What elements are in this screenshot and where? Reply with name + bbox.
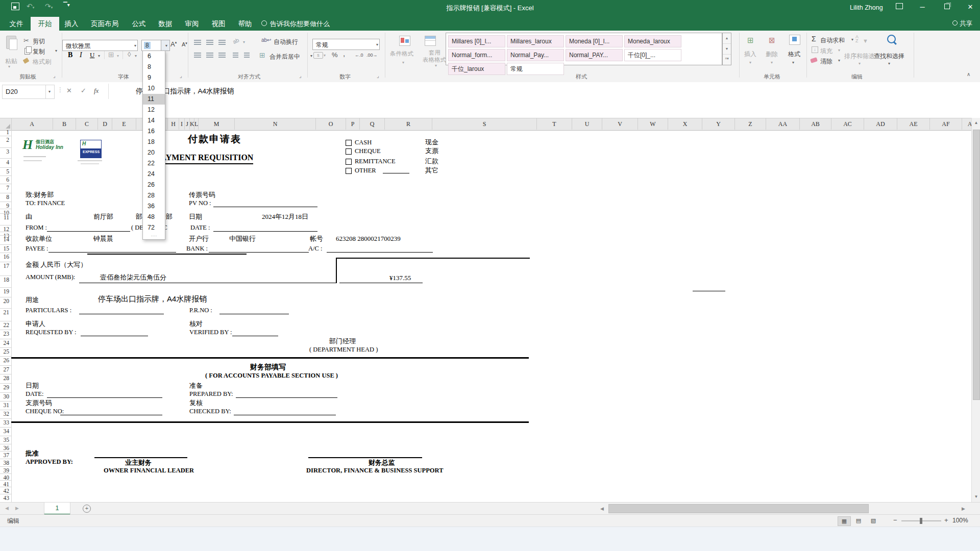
ribbon-tab-5[interactable]: 公式 xyxy=(126,17,152,31)
cell-style-item[interactable]: Moneda [0]_l... xyxy=(566,35,623,47)
prev-sheet-icon[interactable]: ◀ xyxy=(5,506,9,511)
increase-indent-icon[interactable] xyxy=(244,53,250,58)
fill-color-dropdown-icon[interactable]: ▾ xyxy=(135,54,137,58)
orientation-icon[interactable]: ab xyxy=(232,37,240,45)
column-header-S[interactable]: S xyxy=(432,118,537,130)
name-box-dropdown-icon[interactable]: ▾ xyxy=(45,85,55,99)
font-size-option-36[interactable]: 36 xyxy=(143,201,165,212)
clear-dropdown-icon[interactable]: ▾ xyxy=(838,58,840,63)
decrease-indent-icon[interactable] xyxy=(233,53,238,58)
accounting-format-icon[interactable]: $ xyxy=(313,52,323,59)
format-painter-button[interactable]: 格式刷 xyxy=(33,58,51,66)
cell-style-item[interactable]: 千位[0]_... xyxy=(624,49,681,61)
ribbon-tab-9[interactable]: 帮助 xyxy=(232,17,258,31)
row-header-8[interactable]: 8 xyxy=(0,194,9,200)
insert-button[interactable]: 插入 xyxy=(744,50,756,59)
minimize-button[interactable]: ─ xyxy=(914,1,931,13)
column-header-AE[interactable]: AE xyxy=(897,118,930,130)
paste-button[interactable]: 粘贴 xyxy=(5,57,17,66)
font-size-option-24[interactable]: 24 xyxy=(143,169,165,180)
row-header-22[interactable]: 22 xyxy=(0,322,9,328)
font-size-dropdown-button[interactable]: ▾ xyxy=(161,40,170,51)
number-dialog-launcher-icon[interactable]: ⌟ xyxy=(377,73,379,79)
scroll-up-icon[interactable]: ▲ xyxy=(972,118,980,128)
row-header-21[interactable]: 21 xyxy=(0,309,9,315)
zoom-out-icon[interactable]: − xyxy=(893,516,897,524)
percent-style-icon[interactable]: % xyxy=(332,51,338,59)
font-name-combobox[interactable]: 微软雅黑▾ xyxy=(62,40,138,51)
cell-style-item[interactable]: Normal_Pay... xyxy=(507,49,564,61)
paste-dropdown-icon[interactable]: ▾ xyxy=(8,64,10,69)
decrease-font-size-icon[interactable]: A▾ xyxy=(182,41,187,47)
row-header-39[interactable]: 39 xyxy=(0,467,9,473)
column-header-W[interactable]: W xyxy=(638,118,668,130)
merge-center-dropdown-icon[interactable]: ▾ xyxy=(310,54,312,58)
zoom-slider-thumb[interactable] xyxy=(920,518,922,524)
ribbon-tab-8[interactable]: 视图 xyxy=(205,17,232,31)
find-select-button[interactable]: 查找和选择 xyxy=(874,52,904,61)
column-header-O[interactable]: O xyxy=(316,118,346,130)
bottom-align-icon[interactable] xyxy=(218,40,226,45)
column-header-R[interactable]: R xyxy=(385,118,432,130)
row-header-37[interactable]: 37 xyxy=(0,452,9,458)
align-left-icon[interactable] xyxy=(194,53,201,58)
row-header-28[interactable]: 28 xyxy=(0,375,9,381)
cell-style-item[interactable]: Normal_PAY... xyxy=(566,49,623,61)
copy-button[interactable]: 复制 xyxy=(33,47,45,56)
purpose-value[interactable]: 停车场出口指示牌，A4水牌报销 xyxy=(98,294,207,304)
row-header-31[interactable]: 31 xyxy=(0,402,9,408)
new-sheet-icon[interactable]: + xyxy=(83,505,91,513)
row-header-2[interactable]: 2 xyxy=(0,137,9,143)
column-header-U[interactable]: U xyxy=(572,118,602,130)
row-header-7[interactable]: 7 xyxy=(0,185,9,191)
cut-button[interactable]: 剪切 xyxy=(33,37,45,46)
font-size-option-28[interactable]: 28 xyxy=(143,190,165,201)
top-align-icon[interactable] xyxy=(194,40,201,45)
merge-center-button[interactable]: 合并后居中 xyxy=(270,53,300,61)
cell-style-item[interactable]: Millares_laroux xyxy=(507,35,564,47)
font-size-option-14[interactable]: 14 xyxy=(143,115,165,126)
cash-checkbox[interactable] xyxy=(346,140,352,146)
font-size-option-18[interactable]: 18 xyxy=(143,137,165,147)
gallery-scrollbar[interactable]: ▲ ▼ ≡▾ xyxy=(722,33,731,65)
borders-icon[interactable]: ⊞ xyxy=(108,51,114,59)
vertical-scroll-thumb[interactable] xyxy=(973,130,980,400)
column-header-AC[interactable]: AC xyxy=(831,118,864,130)
column-header-I[interactable]: I xyxy=(179,118,185,130)
font-size-combobox[interactable]: 8 xyxy=(141,40,162,51)
cancel-icon[interactable]: ✕ xyxy=(66,87,72,94)
hscroll-left-icon[interactable]: ◀ xyxy=(600,506,604,511)
row-header-1[interactable]: 1 xyxy=(0,129,9,135)
alignment-dialog-launcher-icon[interactable]: ⌟ xyxy=(299,73,302,79)
horizontal-scroll-thumb[interactable] xyxy=(608,504,869,513)
row-header-25[interactable]: 25 xyxy=(0,348,9,355)
page-layout-view-icon[interactable]: ▤ xyxy=(852,516,865,525)
increase-font-size-icon[interactable]: A▴ xyxy=(170,40,177,48)
bold-button[interactable]: B xyxy=(68,51,72,60)
cheque-checkbox[interactable] xyxy=(346,148,352,155)
cell-style-item[interactable]: 千位_laroux xyxy=(448,63,505,75)
number-format-combobox[interactable]: 常规▾ xyxy=(312,39,380,50)
page-break-view-icon[interactable]: ▧ xyxy=(867,516,879,525)
ribbon-tab-2[interactable]: 开始 xyxy=(31,17,59,31)
font-size-option-6[interactable]: 6 xyxy=(143,51,165,62)
column-header-C[interactable]: C xyxy=(76,118,98,130)
gallery-up-icon[interactable]: ▲ xyxy=(723,33,731,44)
remittance-checkbox[interactable] xyxy=(346,159,352,165)
row-header-5[interactable]: 5 xyxy=(0,168,9,174)
row-header-42[interactable]: 42 xyxy=(0,488,9,494)
delete-dropdown-icon[interactable]: ▾ xyxy=(771,60,773,65)
next-sheet-icon[interactable]: ▶ xyxy=(15,506,19,511)
column-header-B[interactable]: B xyxy=(53,118,76,130)
formula-bar-drag-handle[interactable]: ⋮ xyxy=(57,86,63,93)
delete-button[interactable]: 删除 xyxy=(766,50,778,59)
row-header-30[interactable]: 30 xyxy=(0,393,9,399)
sort-filter-dropdown-icon[interactable]: ▾ xyxy=(859,61,861,66)
column-header-P[interactable]: P xyxy=(346,118,360,130)
column-header-Q[interactable]: Q xyxy=(360,118,385,130)
comma-style-icon[interactable]: , xyxy=(343,49,345,58)
row-header-33[interactable]: 33 xyxy=(0,419,9,425)
row-header-29[interactable]: 29 xyxy=(0,384,9,390)
row-header-16[interactable]: 16 xyxy=(0,254,9,260)
row-header-9[interactable]: 9 xyxy=(0,203,9,209)
